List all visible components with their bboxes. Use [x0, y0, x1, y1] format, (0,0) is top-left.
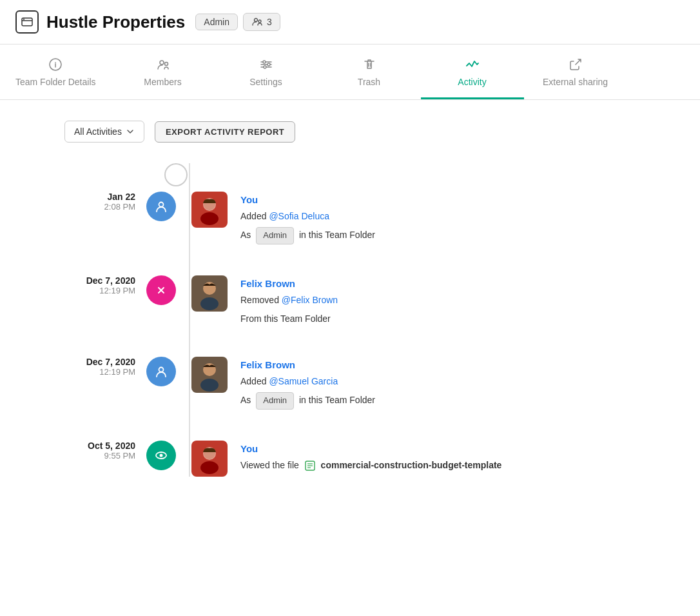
activity-mention[interactable]: @Felix Brown — [282, 295, 338, 305]
tab-activity[interactable]: Activity — [421, 45, 524, 99]
filter-label: All Activities — [74, 126, 122, 137]
tab-external-sharing[interactable]: External sharing — [524, 45, 627, 99]
activity-avatar — [191, 357, 228, 393]
file-icon — [304, 460, 316, 472]
activity-item: Jan 22 2:08 PM You — [26, 192, 674, 244]
activity-actor[interactable]: Felix Brown — [240, 359, 375, 370]
timeline-icon-remove — [146, 275, 176, 305]
tab-team-folder-details[interactable]: Team Folder Details — [0, 45, 112, 99]
svg-point-30 — [160, 454, 163, 457]
svg-point-25 — [159, 367, 164, 372]
page-title: Hustle Properties — [46, 12, 185, 32]
activity-actor[interactable]: You — [240, 443, 501, 454]
activity-item: Dec 7, 2020 12:19 PM Felix Brown — [26, 357, 674, 410]
timeline-start-dot — [164, 163, 188, 186]
activity-avatar — [191, 275, 228, 312]
activity-mention[interactable]: @Samuel Garcia — [269, 376, 338, 386]
svg-point-11 — [267, 63, 270, 66]
activity-date: Oct 5, 2020 9:55 PM — [26, 441, 161, 461]
action-text: Added — [240, 211, 269, 221]
svg-point-28 — [200, 379, 219, 392]
activity-actor[interactable]: You — [240, 194, 375, 205]
svg-point-23 — [203, 282, 216, 295]
export-activity-button[interactable]: EXPORT ACTIVITY REPORT — [155, 121, 295, 143]
chevron-down-icon — [126, 127, 135, 136]
activity-item: Dec 7, 2020 12:19 PM Felix Brown — [26, 275, 674, 326]
activity-content: You Viewed the file commercial-construct… — [240, 441, 501, 472]
activity-content: You Added @Sofia Deluca As Admin in this… — [240, 192, 375, 244]
activity-item: Oct 5, 2020 9:55 PM You — [26, 441, 674, 477]
activity-role-line: As Admin in this Team Folder — [240, 227, 375, 244]
activity-date: Jan 22 2:08 PM — [26, 192, 161, 212]
members-count-badge[interactable]: 3 — [243, 13, 280, 31]
svg-point-1 — [23, 19, 24, 20]
file-name[interactable]: commercial-construction-budget-template — [321, 460, 502, 470]
filter-dropdown[interactable]: All Activities — [64, 121, 144, 143]
activity-content: Felix Brown Added @Samuel Garcia As Admi… — [240, 357, 375, 410]
role-badge: Admin — [256, 227, 294, 244]
app-logo — [15, 10, 39, 34]
activity-action-line2: From this Team Folder — [240, 312, 338, 326]
timeline-icon-person — [146, 192, 176, 221]
activity-content: Felix Brown Removed @Felix Brown From th… — [240, 275, 338, 326]
activity-action: Removed @Felix Brown — [240, 293, 338, 307]
tab-label: Settings — [249, 77, 282, 87]
svg-point-3 — [258, 20, 261, 23]
activity-action: Viewed the file commercial-construction-… — [240, 458, 501, 472]
svg-point-18 — [200, 212, 219, 225]
tab-label: Trash — [358, 77, 380, 87]
activity-date: Dec 7, 2020 12:19 PM — [26, 357, 161, 377]
activity-mention[interactable]: @Sofia Deluca — [269, 211, 329, 221]
tab-label: Members — [144, 77, 181, 87]
admin-badge[interactable]: Admin — [195, 14, 238, 30]
svg-point-2 — [254, 19, 257, 22]
role-badge: Admin — [256, 392, 294, 410]
activity-action: Added @Samuel Garcia — [240, 374, 375, 388]
timeline-icon-person — [146, 357, 176, 386]
svg-point-27 — [203, 363, 216, 376]
header: Hustle Properties Admin 3 — [0, 0, 700, 45]
activity-actor[interactable]: Felix Brown — [240, 278, 338, 289]
tab-members[interactable]: Members — [112, 45, 215, 99]
svg-point-5 — [160, 61, 164, 65]
activity-action: Added @Sofia Deluca — [240, 209, 375, 223]
content-area: All Activities EXPORT ACTIVITY REPORT Ja… — [0, 100, 700, 528]
action-text: Added — [240, 376, 269, 386]
activity-avatar — [191, 192, 228, 228]
svg-point-6 — [164, 63, 168, 66]
timeline-icon-eye — [146, 441, 176, 470]
tab-label: External sharing — [543, 77, 608, 87]
svg-point-15 — [159, 203, 164, 207]
activity-role-line: As Admin in this Team Folder — [240, 392, 375, 410]
activity-date: Dec 7, 2020 12:19 PM — [26, 275, 161, 295]
action-text: Removed — [240, 295, 282, 305]
tab-label: Team Folder Details — [15, 77, 96, 87]
activity-avatar — [191, 441, 228, 477]
tab-settings[interactable]: Settings — [215, 45, 318, 99]
activity-toolbar: All Activities EXPORT ACTIVITY REPORT — [64, 121, 674, 143]
tab-label: Activity — [458, 77, 486, 87]
svg-point-10 — [263, 61, 266, 63]
svg-point-33 — [200, 461, 219, 474]
svg-point-24 — [200, 297, 219, 310]
svg-point-12 — [264, 66, 266, 68]
activity-timeline: Jan 22 2:08 PM You — [26, 163, 674, 477]
tab-bar: Team Folder Details Members Settings Tra — [0, 45, 700, 100]
tab-trash[interactable]: Trash — [318, 45, 421, 99]
members-count-value: 3 — [267, 17, 272, 27]
action-text: Viewed the file — [240, 460, 302, 470]
